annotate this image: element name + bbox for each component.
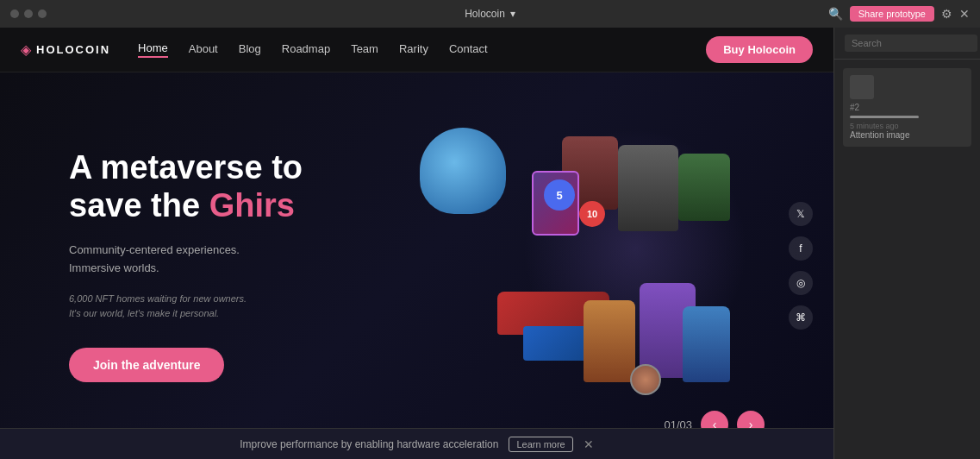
panel-content: #2 5 minutes ago Attention image bbox=[834, 60, 980, 162]
nav-bar: ◈ HOLOCOIN Home About Blog Roadmap Team … bbox=[0, 28, 833, 72]
join-adventure-button[interactable]: Join the adventure bbox=[69, 348, 224, 382]
facebook-icon[interactable]: f bbox=[789, 236, 813, 261]
character-group: 5 10 bbox=[420, 128, 747, 404]
chevron-down-icon[interactable]: ▾ bbox=[510, 8, 515, 20]
discord-icon[interactable]: ⌘ bbox=[789, 305, 813, 330]
search-icon[interactable]: 🔍 bbox=[828, 7, 843, 21]
logo-text: HOLOCOIN bbox=[36, 43, 110, 56]
nav-links: Home About Blog Roadmap Team Rarity Cont… bbox=[138, 41, 706, 58]
nav-link-home[interactable]: Home bbox=[138, 41, 168, 58]
right-panel: 👤 ✕ #2 5 minutes ago Attention image bbox=[833, 28, 980, 459]
panel-header: 👤 ✕ bbox=[834, 28, 980, 60]
character-top3 bbox=[678, 154, 730, 221]
avatar-small bbox=[630, 364, 661, 395]
nav-link-blog[interactable]: Blog bbox=[239, 42, 261, 57]
hero-title-line1: A metaverse to bbox=[69, 149, 303, 185]
share-prototype-button[interactable]: Share prototype bbox=[850, 6, 934, 22]
panel-item: #2 5 minutes ago Attention image bbox=[843, 68, 971, 147]
character-top1 bbox=[618, 145, 678, 231]
nav-link-about[interactable]: About bbox=[189, 42, 218, 57]
logo: ◈ HOLOCOIN bbox=[21, 41, 110, 58]
notification-bar: Improve performance by enabling hardware… bbox=[0, 428, 833, 459]
logo-icon: ◈ bbox=[21, 41, 31, 58]
top-bar-left bbox=[10, 9, 47, 18]
nav-link-contact[interactable]: Contact bbox=[449, 42, 488, 57]
twitter-icon[interactable]: 𝕏 bbox=[789, 202, 813, 226]
window-title: Holocoin ▾ bbox=[465, 8, 515, 20]
hero-content: A metaverse to save the Ghirs Community-… bbox=[0, 149, 303, 382]
close-icon[interactable]: ✕ bbox=[959, 7, 970, 21]
close-notification-button[interactable]: ✕ bbox=[584, 437, 594, 451]
hero-title-line2: save the bbox=[69, 187, 209, 223]
search-input[interactable] bbox=[845, 35, 977, 52]
window-dot bbox=[24, 9, 33, 18]
nav-link-rarity[interactable]: Rarity bbox=[399, 42, 428, 57]
buy-holocoin-button[interactable]: Buy Holocoin bbox=[706, 36, 813, 63]
bear-character bbox=[420, 128, 506, 214]
nav-link-team[interactable]: Team bbox=[351, 42, 378, 57]
main-layout: ◈ HOLOCOIN Home About Blog Roadmap Team … bbox=[0, 28, 980, 459]
notification-message: Improve performance by enabling hardware… bbox=[240, 438, 498, 450]
panel-progress-bar bbox=[850, 116, 919, 118]
window-dot bbox=[38, 9, 47, 18]
title-text: Holocoin bbox=[465, 8, 505, 20]
hero-image: 5 10 bbox=[420, 128, 747, 404]
panel-item-label: Attention image bbox=[850, 130, 964, 140]
badge-5: 5 bbox=[544, 179, 575, 211]
hero-body-text: 6,000 NFT homes waiting for new owners. … bbox=[69, 292, 303, 322]
nav-link-roadmap[interactable]: Roadmap bbox=[282, 42, 330, 57]
hero-title: A metaverse to save the Ghirs bbox=[69, 149, 303, 224]
top-bar: Holocoin ▾ 🔍 Share prototype ⚙ ✕ bbox=[0, 0, 980, 28]
badge-10: 10 bbox=[579, 201, 605, 227]
panel-thumbnail bbox=[850, 75, 874, 99]
social-icons: 𝕏 f ◎ ⌘ bbox=[789, 202, 813, 330]
instagram-icon[interactable]: ◎ bbox=[789, 271, 813, 295]
browser-area: ◈ HOLOCOIN Home About Blog Roadmap Team … bbox=[0, 28, 833, 459]
warrior-character-2 bbox=[584, 300, 635, 382]
top-bar-right: 🔍 Share prototype ⚙ ✕ bbox=[828, 6, 970, 22]
warrior-character-3 bbox=[683, 306, 730, 382]
panel-item-time: 5 minutes ago bbox=[850, 122, 964, 130]
hero-section: A metaverse to save the Ghirs Community-… bbox=[0, 72, 833, 459]
settings-icon[interactable]: ⚙ bbox=[941, 7, 952, 21]
panel-item-id: #2 bbox=[850, 103, 964, 112]
hero-subtitle: Community-centered experiences. Immersiv… bbox=[69, 242, 303, 278]
window-dot bbox=[10, 9, 19, 18]
hero-title-highlight: Ghirs bbox=[209, 187, 295, 223]
learn-more-button[interactable]: Learn more bbox=[509, 437, 572, 452]
